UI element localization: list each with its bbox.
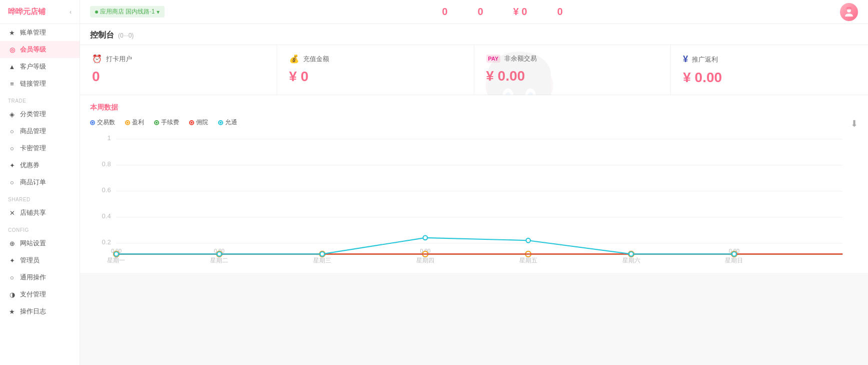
svg-text:星期三: 星期三 [313, 257, 331, 264]
svg-text:1: 1 [107, 135, 111, 142]
svg-text:星期五: 星期五 [519, 257, 537, 264]
member-icon: ◎ [8, 46, 16, 54]
stats-cards-row: ⏰ 打卡用户 0 💰 充值金额 ¥ 0 PAY 非余额交易 ¥ 0.00 [80, 45, 868, 95]
stat-card-promo: ¥ 推广返利 ¥ 0.00 [671, 45, 868, 95]
legend-label-shouxu: 手续费 [161, 118, 179, 127]
sidebar-item-general[interactable]: ○ 通用操作 [0, 269, 80, 286]
punch-label: 打卡用户 [106, 55, 132, 64]
stat-card-nonbalance: PAY 非余额交易 ¥ 0.00 [474, 45, 671, 95]
star-icon: ★ [8, 29, 16, 37]
sidebar-header: 哗哗元店铺 ‹ [0, 0, 80, 24]
channel-icon: ≡ [8, 80, 16, 88]
main-content: 应用商店 国内线路·1 ▾ 0 0 ¥ 0 0 [80, 0, 868, 365]
trade-section-label: TRADE [0, 92, 80, 106]
topbar-stat-value-3: 0 [557, 6, 563, 18]
topbar-stat-value-0: 0 [442, 6, 448, 18]
svg-point-62 [629, 252, 633, 256]
nonbalance-label: 非余额交易 [504, 54, 537, 63]
legend-item-shouxu: 手续费 [154, 118, 179, 127]
svg-text:0.4: 0.4 [102, 212, 111, 220]
customer-icon: ▲ [8, 63, 16, 71]
sidebar-item-goods[interactable]: ○ 商品管理 [0, 123, 80, 140]
sidebar-item-log[interactable]: ★ 操作日志 [0, 303, 80, 320]
legend-item-jiaoyi: 交易数 [90, 118, 115, 127]
legend-label-yingli: 盈利 [132, 118, 144, 127]
topbar-stat-0: 0 [442, 6, 448, 18]
user-avatar[interactable] [840, 3, 858, 21]
svg-point-59 [320, 252, 325, 256]
topbar: 应用商店 国内线路·1 ▾ 0 0 ¥ 0 0 [80, 0, 868, 24]
chart-download-button[interactable]: ⬇ [850, 118, 858, 129]
chart-legend: 交易数 盈利 手续费 [90, 118, 237, 127]
admin-icon: ✦ [8, 257, 16, 264]
promo-value: ¥ 0.00 [683, 70, 856, 86]
sidebar-item-account[interactable]: ★ 账单管理 [0, 24, 80, 41]
sidebar-section-1: ★ 账单管理 ◎ 会员等级 ▲ 客户等级 ≡ 链接管理 [0, 24, 80, 92]
content-area: 控制台 (0···0) [80, 24, 868, 365]
stat-card-punch-header: ⏰ 打卡用户 [92, 54, 265, 64]
page-subtitle: (0···0) [118, 32, 134, 39]
share-icon: ✕ [8, 209, 16, 217]
svg-point-61 [526, 238, 531, 243]
sidebar-item-customer[interactable]: ▲ 客户等级 [0, 58, 80, 75]
sidebar-section-shared: SHARED ✕ 店铺共享 [0, 191, 80, 221]
chart-svg: 1 0.8 0.6 0.4 0.2 星期一 星期二 星期三 [90, 135, 858, 265]
sidebar-item-coupon[interactable]: ✦ 优惠券 [0, 157, 80, 174]
chart-title: 本周数据 [90, 103, 858, 112]
stat-card-recharge: 💰 充值金额 ¥ 0 [277, 45, 474, 95]
page-title: 控制台 [90, 30, 114, 41]
stat-card-recharge-header: 💰 充值金额 [289, 54, 462, 64]
card-icon: ○ [8, 145, 16, 152]
topbar-stat-value-2: ¥ 0 [513, 6, 527, 18]
sidebar-item-member[interactable]: ◎ 会员等级 [0, 41, 80, 58]
sidebar-item-category[interactable]: ◈ 分类管理 [0, 106, 80, 123]
svg-point-63 [732, 252, 736, 256]
topbar-stat-3: 0 [557, 6, 563, 18]
svg-point-58 [217, 252, 222, 256]
sidebar-item-card[interactable]: ○ 卡密管理 [0, 140, 80, 157]
store-status-dot [95, 11, 98, 14]
store-label: 应用商店 国内线路·1 [100, 8, 155, 16]
svg-point-60 [423, 236, 428, 240]
legend-item-yingli: 盈利 [125, 118, 144, 127]
svg-text:星期日: 星期日 [725, 257, 743, 264]
stat-card-nonbalance-header: PAY 非余额交易 [486, 54, 659, 63]
svg-point-57 [114, 252, 119, 256]
chart-container: 1 0.8 0.6 0.4 0.2 星期一 星期二 星期三 [90, 135, 858, 265]
topbar-stat-value-1: 0 [478, 6, 483, 18]
recharge-label: 充值金额 [303, 55, 329, 64]
payment-icon: ◑ [8, 291, 16, 298]
sidebar-collapse-button[interactable]: ‹ [70, 9, 72, 16]
settings-icon: ⊕ [8, 240, 16, 247]
promo-icon: ¥ [683, 54, 688, 65]
category-icon: ◈ [8, 111, 16, 118]
page-header: 控制台 (0···0) [80, 24, 868, 45]
legend-item-yuntong: 允通 [218, 118, 237, 127]
punch-icon: ⏰ [92, 54, 102, 64]
topbar-left: 应用商店 国内线路·1 ▾ [90, 6, 165, 18]
sidebar-item-channel[interactable]: ≡ 链接管理 [0, 75, 80, 92]
stat-card-promo-header: ¥ 推广返利 [683, 54, 856, 65]
config-section-label: CONFIG [0, 221, 80, 235]
chart-section: 本周数据 交易数 盈利 [80, 95, 868, 273]
punch-value: 0 [92, 69, 265, 85]
svg-text:0.2: 0.2 [102, 238, 111, 246]
sidebar-title: 哗哗元店铺 [8, 7, 46, 17]
sidebar-section-trade: TRADE ◈ 分类管理 ○ 商品管理 ○ 卡密管理 ✦ 优惠券 ○ 商品订单 [0, 92, 80, 191]
legend-label-jiaoyi: 交易数 [97, 118, 115, 127]
nonbalance-value: ¥ 0.00 [486, 68, 659, 84]
coupon-icon: ✦ [8, 162, 16, 169]
sidebar-item-order[interactable]: ○ 商品订单 [0, 174, 80, 191]
svg-text:0.8: 0.8 [102, 160, 111, 168]
sidebar: 哗哗元店铺 ‹ ★ 账单管理 ◎ 会员等级 ▲ 客户等级 ≡ 链接管理 TRAD… [0, 0, 80, 365]
sidebar-item-payment[interactable]: ◑ 支付管理 [0, 286, 80, 303]
store-selector[interactable]: 应用商店 国内线路·1 ▾ [90, 6, 165, 18]
svg-text:星期六: 星期六 [622, 257, 640, 264]
sidebar-item-admin[interactable]: ✦ 管理员 [0, 252, 80, 269]
sidebar-item-share[interactable]: ✕ 店铺共享 [0, 204, 80, 221]
legend-item-yongyuan: 佣院 [189, 118, 208, 127]
legend-label-yuntong: 允通 [225, 118, 237, 127]
sidebar-item-settings[interactable]: ⊕ 网站设置 [0, 235, 80, 252]
order-icon: ○ [8, 179, 16, 186]
svg-text:星期二: 星期二 [210, 257, 228, 264]
